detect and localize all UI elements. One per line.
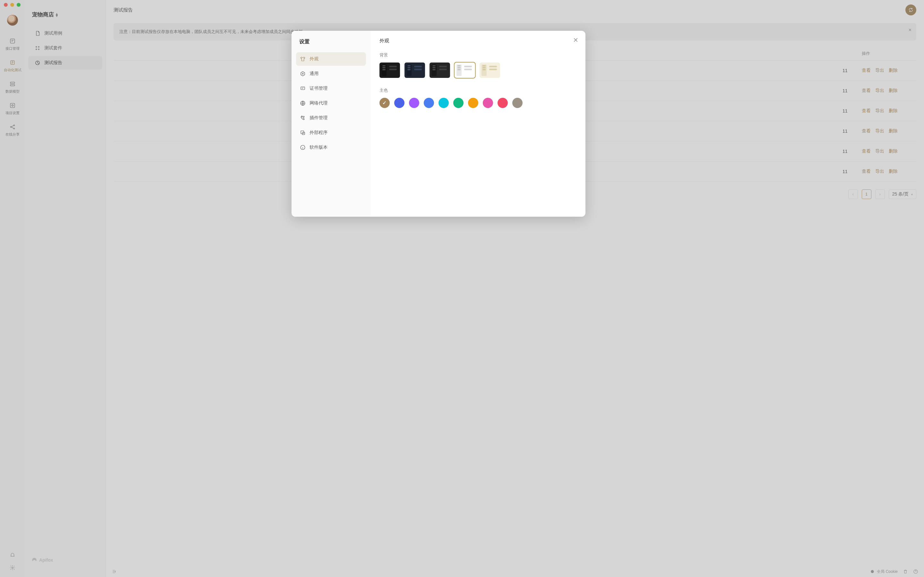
settings-title: 设置 bbox=[296, 37, 366, 52]
color-section-label: 主色 bbox=[380, 87, 577, 93]
app-root: 接口管理 自动化测试 数据模型 项目设置 在线分享 宠物商店 ▴▾ bbox=[0, 0, 924, 577]
settings-nav-label: 证书管理 bbox=[310, 85, 328, 91]
bg-theme-row bbox=[380, 63, 577, 78]
accent-swatch[interactable] bbox=[498, 98, 508, 108]
accent-swatch[interactable] bbox=[512, 98, 523, 108]
accent-swatch[interactable] bbox=[394, 98, 405, 108]
accent-swatch[interactable] bbox=[380, 98, 390, 108]
modal-close[interactable]: ✕ bbox=[573, 37, 579, 44]
accent-color-row bbox=[380, 98, 577, 108]
svg-rect-18 bbox=[301, 87, 305, 90]
settings-nav-version[interactable]: 软件版本 bbox=[296, 141, 366, 154]
accent-swatch[interactable] bbox=[424, 98, 434, 108]
settings-nav-label: 插件管理 bbox=[310, 115, 328, 121]
globe-icon bbox=[300, 100, 306, 106]
svg-point-17 bbox=[302, 73, 304, 74]
settings-nav-label: 通用 bbox=[310, 71, 318, 77]
bg-theme-light[interactable] bbox=[455, 63, 475, 78]
accent-swatch[interactable] bbox=[439, 98, 449, 108]
svg-rect-21 bbox=[302, 132, 305, 135]
settings-nav-cert[interactable]: 证书管理 bbox=[296, 82, 366, 95]
cert-icon bbox=[300, 85, 306, 91]
bg-theme-dark3[interactable] bbox=[430, 63, 450, 78]
accent-swatch[interactable] bbox=[483, 98, 493, 108]
bg-theme-dark2[interactable] bbox=[405, 63, 425, 78]
hex-icon bbox=[300, 71, 306, 77]
settings-nav-external[interactable]: 外部程序 bbox=[296, 126, 366, 139]
settings-nav-general[interactable]: 通用 bbox=[296, 67, 366, 81]
settings-nav-label: 网络代理 bbox=[310, 100, 328, 106]
settings-panel: ✕ 外观 背景 主色 bbox=[371, 31, 586, 217]
settings-nav-appearance[interactable]: 外观 bbox=[296, 52, 366, 66]
settings-nav: 设置 外观 通用 证书管理 网络代理 插件管理 bbox=[292, 31, 371, 217]
plugin-icon bbox=[300, 115, 306, 121]
panel-heading: 外观 bbox=[380, 38, 577, 44]
accent-swatch[interactable] bbox=[453, 98, 464, 108]
bg-theme-warm[interactable] bbox=[480, 63, 500, 78]
external-icon bbox=[300, 130, 306, 135]
shirt-icon bbox=[300, 56, 306, 62]
settings-nav-label: 外观 bbox=[310, 56, 318, 62]
bg-section-label: 背景 bbox=[380, 52, 577, 58]
accent-swatch[interactable] bbox=[468, 98, 478, 108]
settings-nav-label: 外部程序 bbox=[310, 130, 328, 135]
accent-swatch[interactable] bbox=[409, 98, 419, 108]
settings-modal: 设置 外观 通用 证书管理 网络代理 插件管理 bbox=[292, 31, 586, 217]
info-icon bbox=[300, 145, 306, 150]
settings-nav-plugin[interactable]: 插件管理 bbox=[296, 111, 366, 125]
settings-nav-label: 软件版本 bbox=[310, 145, 328, 150]
bg-theme-dark1[interactable] bbox=[380, 63, 400, 78]
settings-nav-proxy[interactable]: 网络代理 bbox=[296, 97, 366, 110]
